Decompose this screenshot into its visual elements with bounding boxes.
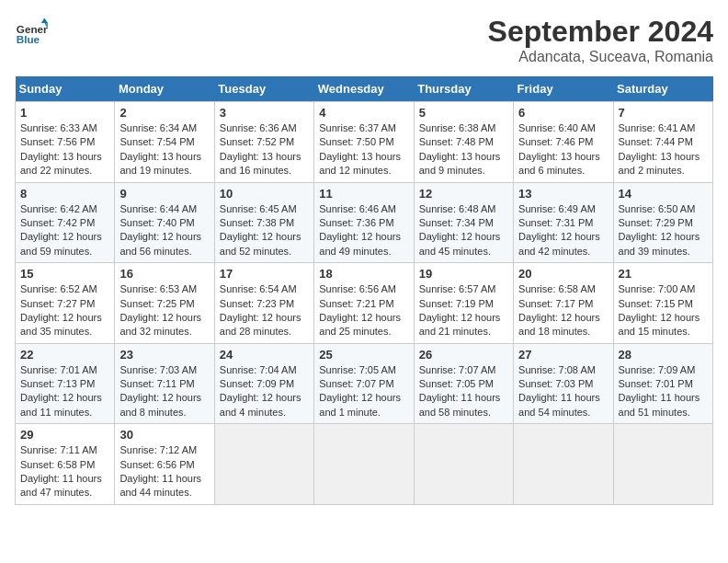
calendar-cell: 26Sunrise: 7:07 AM Sunset: 7:05 PM Dayli…	[414, 343, 513, 424]
day-info: Sunrise: 6:44 AM Sunset: 7:40 PM Dayligh…	[119, 202, 209, 259]
day-number: 17	[220, 267, 309, 281]
day-info: Sunrise: 6:33 AM Sunset: 7:56 PM Dayligh…	[20, 121, 109, 178]
col-tuesday: Tuesday	[214, 76, 313, 102]
calendar-cell: 2Sunrise: 6:34 AM Sunset: 7:54 PM Daylig…	[115, 102, 214, 183]
day-number: 5	[419, 106, 508, 120]
day-info: Sunrise: 6:52 AM Sunset: 7:27 PM Dayligh…	[20, 282, 109, 339]
svg-marker-2	[41, 18, 48, 23]
logo: General Blue	[15, 15, 48, 48]
calendar-cell: 3Sunrise: 6:36 AM Sunset: 7:52 PM Daylig…	[214, 102, 313, 183]
calendar-cell	[613, 424, 712, 505]
day-info: Sunrise: 6:40 AM Sunset: 7:46 PM Dayligh…	[518, 121, 608, 178]
calendar-cell: 1Sunrise: 6:33 AM Sunset: 7:56 PM Daylig…	[16, 102, 115, 183]
calendar-cell: 6Sunrise: 6:40 AM Sunset: 7:46 PM Daylig…	[514, 102, 613, 183]
calendar-cell: 27Sunrise: 7:08 AM Sunset: 7:03 PM Dayli…	[514, 343, 613, 424]
day-info: Sunrise: 7:07 AM Sunset: 7:05 PM Dayligh…	[419, 363, 508, 420]
calendar-cell: 14Sunrise: 6:50 AM Sunset: 7:29 PM Dayli…	[613, 182, 712, 263]
day-info: Sunrise: 6:41 AM Sunset: 7:44 PM Dayligh…	[619, 121, 708, 178]
col-saturday: Saturday	[613, 76, 712, 102]
day-number: 2	[119, 106, 209, 120]
day-info: Sunrise: 7:04 AM Sunset: 7:09 PM Dayligh…	[220, 363, 309, 420]
day-number: 21	[619, 267, 708, 281]
calendar-cell: 17Sunrise: 6:54 AM Sunset: 7:23 PM Dayli…	[214, 263, 313, 344]
day-number: 8	[20, 187, 109, 201]
day-number: 14	[619, 187, 708, 201]
calendar-cell: 24Sunrise: 7:04 AM Sunset: 7:09 PM Dayli…	[214, 343, 313, 424]
col-thursday: Thursday	[414, 76, 513, 102]
calendar-cell: 8Sunrise: 6:42 AM Sunset: 7:42 PM Daylig…	[16, 182, 115, 263]
calendar-cell: 11Sunrise: 6:46 AM Sunset: 7:36 PM Dayli…	[314, 182, 414, 263]
title-block: September 2024 Adancata, Suceava, Romani…	[488, 15, 713, 65]
calendar-week-row: 22Sunrise: 7:01 AM Sunset: 7:13 PM Dayli…	[16, 343, 713, 424]
day-info: Sunrise: 6:38 AM Sunset: 7:48 PM Dayligh…	[419, 121, 508, 178]
col-friday: Friday	[514, 76, 613, 102]
calendar-cell	[314, 424, 414, 505]
calendar-cell: 12Sunrise: 6:48 AM Sunset: 7:34 PM Dayli…	[414, 182, 513, 263]
calendar-cell: 18Sunrise: 6:56 AM Sunset: 7:21 PM Dayli…	[314, 263, 414, 344]
day-number: 29	[20, 428, 109, 442]
calendar-cell: 19Sunrise: 6:57 AM Sunset: 7:19 PM Dayli…	[414, 263, 513, 344]
calendar-cell	[414, 424, 513, 505]
day-info: Sunrise: 7:01 AM Sunset: 7:13 PM Dayligh…	[20, 363, 109, 420]
day-number: 19	[419, 267, 508, 281]
calendar-cell: 21Sunrise: 7:00 AM Sunset: 7:15 PM Dayli…	[613, 263, 712, 344]
day-info: Sunrise: 7:05 AM Sunset: 7:07 PM Dayligh…	[319, 363, 408, 420]
calendar-week-row: 1Sunrise: 6:33 AM Sunset: 7:56 PM Daylig…	[16, 102, 713, 183]
logo-icon: General Blue	[15, 15, 48, 48]
day-number: 23	[119, 348, 209, 362]
calendar-cell	[214, 424, 313, 505]
day-number: 18	[319, 267, 408, 281]
day-number: 12	[419, 187, 508, 201]
day-number: 9	[119, 187, 209, 201]
day-info: Sunrise: 6:37 AM Sunset: 7:50 PM Dayligh…	[319, 121, 408, 178]
day-number: 22	[20, 348, 109, 362]
day-info: Sunrise: 6:50 AM Sunset: 7:29 PM Dayligh…	[619, 202, 708, 259]
day-info: Sunrise: 6:57 AM Sunset: 7:19 PM Dayligh…	[419, 282, 508, 339]
day-info: Sunrise: 6:58 AM Sunset: 7:17 PM Dayligh…	[518, 282, 608, 339]
calendar-cell: 22Sunrise: 7:01 AM Sunset: 7:13 PM Dayli…	[16, 343, 115, 424]
col-wednesday: Wednesday	[314, 76, 414, 102]
page-title: September 2024	[488, 15, 713, 49]
calendar-cell: 10Sunrise: 6:45 AM Sunset: 7:38 PM Dayli…	[214, 182, 313, 263]
day-info: Sunrise: 6:56 AM Sunset: 7:21 PM Dayligh…	[319, 282, 408, 339]
day-info: Sunrise: 7:09 AM Sunset: 7:01 PM Dayligh…	[619, 363, 708, 420]
calendar-week-row: 29Sunrise: 7:11 AM Sunset: 6:58 PM Dayli…	[16, 424, 713, 505]
day-info: Sunrise: 6:48 AM Sunset: 7:34 PM Dayligh…	[419, 202, 508, 259]
day-number: 25	[319, 348, 408, 362]
day-info: Sunrise: 6:54 AM Sunset: 7:23 PM Dayligh…	[220, 282, 309, 339]
calendar-cell: 4Sunrise: 6:37 AM Sunset: 7:50 PM Daylig…	[314, 102, 414, 183]
calendar-cell: 30Sunrise: 7:12 AM Sunset: 6:56 PM Dayli…	[115, 424, 214, 505]
day-number: 26	[419, 348, 508, 362]
calendar-week-row: 8Sunrise: 6:42 AM Sunset: 7:42 PM Daylig…	[16, 182, 713, 263]
calendar-cell: 13Sunrise: 6:49 AM Sunset: 7:31 PM Dayli…	[514, 182, 613, 263]
page-header: General Blue September 2024 Adancata, Su…	[15, 15, 713, 65]
day-info: Sunrise: 6:42 AM Sunset: 7:42 PM Dayligh…	[20, 202, 109, 259]
day-info: Sunrise: 6:45 AM Sunset: 7:38 PM Dayligh…	[220, 202, 309, 259]
col-sunday: Sunday	[16, 76, 115, 102]
day-number: 6	[518, 106, 608, 120]
day-number: 3	[220, 106, 309, 120]
day-number: 10	[220, 187, 309, 201]
day-info: Sunrise: 6:36 AM Sunset: 7:52 PM Dayligh…	[220, 121, 309, 178]
calendar-cell: 28Sunrise: 7:09 AM Sunset: 7:01 PM Dayli…	[613, 343, 712, 424]
page-subtitle: Adancata, Suceava, Romania	[488, 49, 713, 65]
day-info: Sunrise: 6:49 AM Sunset: 7:31 PM Dayligh…	[518, 202, 608, 259]
calendar-week-row: 15Sunrise: 6:52 AM Sunset: 7:27 PM Dayli…	[16, 263, 713, 344]
calendar-cell: 23Sunrise: 7:03 AM Sunset: 7:11 PM Dayli…	[115, 343, 214, 424]
calendar-cell: 16Sunrise: 6:53 AM Sunset: 7:25 PM Dayli…	[115, 263, 214, 344]
calendar-cell: 5Sunrise: 6:38 AM Sunset: 7:48 PM Daylig…	[414, 102, 513, 183]
calendar-cell: 25Sunrise: 7:05 AM Sunset: 7:07 PM Dayli…	[314, 343, 414, 424]
calendar-header-row: Sunday Monday Tuesday Wednesday Thursday…	[16, 76, 713, 102]
day-number: 15	[20, 267, 109, 281]
col-monday: Monday	[115, 76, 214, 102]
day-number: 28	[619, 348, 708, 362]
calendar-cell: 15Sunrise: 6:52 AM Sunset: 7:27 PM Dayli…	[16, 263, 115, 344]
calendar-cell: 7Sunrise: 6:41 AM Sunset: 7:44 PM Daylig…	[613, 102, 712, 183]
day-number: 1	[20, 106, 109, 120]
day-info: Sunrise: 6:34 AM Sunset: 7:54 PM Dayligh…	[119, 121, 209, 178]
day-info: Sunrise: 6:46 AM Sunset: 7:36 PM Dayligh…	[319, 202, 408, 259]
calendar-cell: 29Sunrise: 7:11 AM Sunset: 6:58 PM Dayli…	[16, 424, 115, 505]
day-info: Sunrise: 6:53 AM Sunset: 7:25 PM Dayligh…	[119, 282, 209, 339]
svg-text:Blue: Blue	[17, 33, 40, 45]
day-info: Sunrise: 7:03 AM Sunset: 7:11 PM Dayligh…	[119, 363, 209, 420]
